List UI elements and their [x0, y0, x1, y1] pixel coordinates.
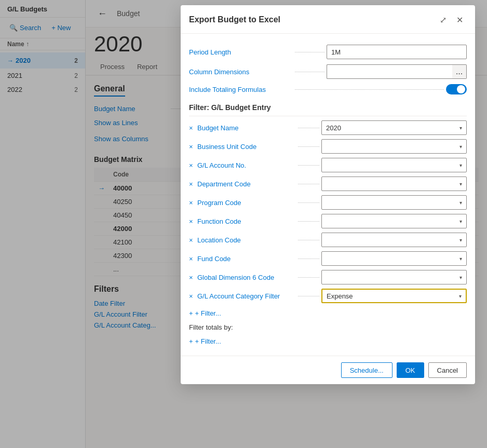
- filter-dropdown-location-code[interactable]: ▾: [321, 233, 467, 247]
- filter-row-gl-acct-category: × G/L Account Category Filter Expense ▾: [189, 287, 467, 305]
- column-dimensions-input[interactable]: [327, 64, 452, 79]
- filter-label-fund-code: Fund Code: [197, 255, 296, 263]
- column-dimensions-field: …: [327, 64, 467, 79]
- dialog-header: Export Budget to Excel ⤢ ✕: [181, 5, 475, 34]
- chevron-down-icon: ▾: [459, 144, 462, 150]
- filter-remove-business-unit[interactable]: ×: [189, 143, 196, 151]
- dialog-header-buttons: ⤢ ✕: [436, 12, 467, 27]
- period-length-row: Period Length: [189, 42, 467, 62]
- include-totaling-toggle[interactable]: [446, 84, 467, 94]
- filter-dots: [298, 221, 319, 222]
- filter-dots: [298, 277, 319, 278]
- filter-dropdown-gl-acct-category[interactable]: Expense ▾: [321, 289, 467, 303]
- filter-remove-budget-name[interactable]: ×: [189, 124, 196, 132]
- filter-remove-location-code[interactable]: ×: [189, 236, 196, 244]
- period-length-input[interactable]: [327, 45, 467, 59]
- plus-icon: +: [189, 337, 193, 345]
- filter-remove-gl-acct-category[interactable]: ×: [189, 292, 196, 300]
- filter-remove-department-code[interactable]: ×: [189, 180, 196, 188]
- chevron-down-icon: ▾: [459, 256, 462, 262]
- filter-dots: [298, 202, 319, 203]
- filter-row-gl-account-no: × G/L Account No. ▾: [189, 156, 467, 174]
- maximize-button[interactable]: ⤢: [436, 12, 450, 27]
- chevron-down-icon: ▾: [459, 162, 462, 168]
- filter-label-gl-account-no: G/L Account No.: [197, 161, 296, 169]
- filter-label-global-dim6: Global Dimension 6 Code: [197, 274, 296, 281]
- filter-row-function-code: × Function Code ▾: [189, 212, 467, 230]
- filter-dropdown-department-code[interactable]: ▾: [321, 177, 467, 191]
- filter-label-budget-name: Budget Name: [197, 124, 296, 132]
- filter-value-gl-acct-category: Expense: [327, 292, 459, 300]
- column-dimensions-label: Column Dimensions: [189, 68, 293, 76]
- filter-dropdown-program-code[interactable]: ▾: [321, 195, 467, 210]
- include-totaling-row: Include Totaling Formulas: [189, 82, 467, 97]
- filter-dots: [298, 296, 319, 296]
- filter-row-global-dim6: × Global Dimension 6 Code ▾: [189, 268, 467, 287]
- chevron-down-icon: ▾: [459, 181, 462, 187]
- column-dimensions-lookup-button[interactable]: …: [452, 64, 467, 79]
- filter-remove-gl-account-no[interactable]: ×: [189, 161, 196, 169]
- chevron-down-icon: ▾: [459, 293, 462, 299]
- filter-dropdown-function-code[interactable]: ▾: [321, 214, 467, 228]
- filter-label-department-code: Department Code: [197, 180, 296, 188]
- filter-row-business-unit: × Business Unit Code ▾: [189, 137, 467, 156]
- filter-row-department-code: × Department Code ▾: [189, 174, 467, 193]
- period-length-label: Period Length: [189, 48, 293, 56]
- chevron-down-icon: ▾: [459, 200, 462, 206]
- dots-spacer: [295, 89, 444, 90]
- filter-row-fund-code: × Fund Code ▾: [189, 249, 467, 268]
- include-totaling-label: Include Totaling Formulas: [189, 86, 293, 93]
- maximize-icon: ⤢: [440, 15, 447, 25]
- add-filter-totals-row: + + Filter...: [189, 333, 467, 347]
- ok-button[interactable]: OK: [397, 362, 424, 378]
- filter-remove-global-dim6[interactable]: ×: [189, 274, 196, 281]
- filter-row-budget-name: × Budget Name 2020 ▾: [189, 118, 467, 137]
- filter-dropdown-global-dim6[interactable]: ▾: [321, 270, 467, 284]
- export-dialog: Export Budget to Excel ⤢ ✕ Period Length…: [181, 5, 475, 384]
- filter-row-location-code: × Location Code ▾: [189, 230, 467, 249]
- chevron-down-icon: ▾: [459, 219, 462, 224]
- close-icon: ✕: [456, 15, 463, 25]
- dots-spacer: [295, 52, 324, 52]
- chevron-down-icon: ▾: [459, 275, 462, 280]
- schedule-button[interactable]: Schedule...: [341, 362, 393, 378]
- filter-label-location-code: Location Code: [197, 236, 296, 244]
- filter-remove-function-code[interactable]: ×: [189, 218, 196, 225]
- chevron-down-icon: ▾: [459, 125, 462, 131]
- filter-dots: [298, 146, 319, 147]
- plus-icon: +: [189, 309, 193, 317]
- filter-dropdown-business-unit[interactable]: ▾: [321, 139, 467, 154]
- add-filter-button[interactable]: + + Filter...: [189, 309, 221, 317]
- close-button[interactable]: ✕: [452, 12, 467, 27]
- column-dimensions-row: Column Dimensions …: [189, 62, 467, 82]
- filter-dropdown-gl-account-no[interactable]: ▾: [321, 158, 467, 172]
- filter-section-title: Filter: G/L Budget Entry: [189, 97, 467, 116]
- filter-dots: [298, 184, 319, 184]
- filter-dots: [298, 259, 319, 259]
- filter-value-budget-name: 2020: [326, 124, 459, 132]
- filter-dropdown-fund-code[interactable]: ▾: [321, 251, 467, 266]
- add-filter-totals-button[interactable]: + + Filter...: [189, 337, 221, 345]
- filter-dots: [298, 128, 319, 128]
- filter-label-function-code: Function Code: [197, 218, 296, 225]
- chevron-down-icon: ▾: [459, 237, 462, 243]
- filter-totals-label: Filter totals by:: [189, 319, 467, 333]
- add-filter-row: + + Filter...: [189, 305, 467, 319]
- dialog-title: Export Budget to Excel: [189, 15, 436, 24]
- filter-dots: [298, 240, 319, 240]
- dialog-body: Period Length Column Dimensions … Includ…: [181, 34, 475, 356]
- filter-remove-fund-code[interactable]: ×: [189, 255, 196, 263]
- dialog-footer: Schedule... OK Cancel: [181, 356, 475, 384]
- filter-label-gl-acct-category: G/L Account Category Filter: [197, 292, 296, 300]
- filter-remove-program-code[interactable]: ×: [189, 199, 196, 207]
- filter-dropdown-budget-name[interactable]: 2020 ▾: [321, 120, 467, 135]
- filter-label-business-unit: Business Unit Code: [197, 143, 296, 151]
- dots-spacer: [295, 72, 324, 72]
- filter-row-program-code: × Program Code ▾: [189, 193, 467, 212]
- filter-label-program-code: Program Code: [197, 199, 296, 207]
- filter-dots: [298, 165, 319, 166]
- cancel-button[interactable]: Cancel: [428, 362, 467, 378]
